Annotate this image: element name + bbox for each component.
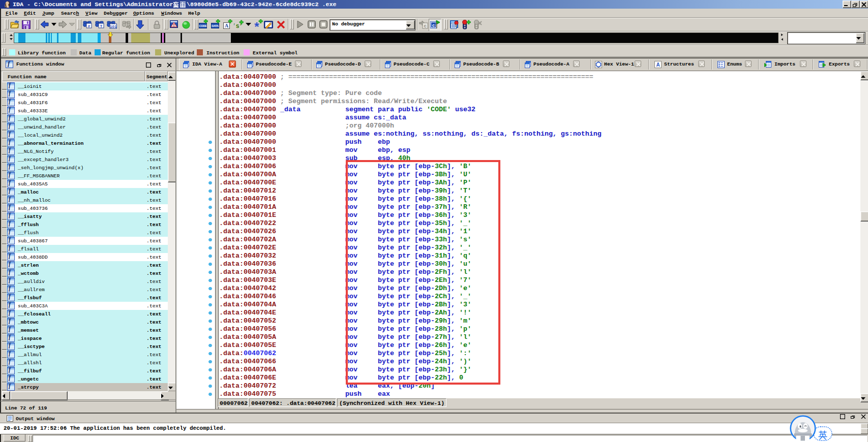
svg-text:T: T (100, 24, 103, 28)
svg-text:101: 101 (110, 24, 117, 29)
svg-text:A: A (225, 23, 229, 28)
svg-text:CODE: CODE (199, 24, 207, 27)
svg-text:c: c (424, 23, 426, 28)
svg-text:#: # (88, 24, 91, 28)
svg-text:A: A (656, 62, 660, 68)
svg-text:c: c (432, 23, 435, 28)
svg-text:DATA: DATA (212, 24, 219, 27)
